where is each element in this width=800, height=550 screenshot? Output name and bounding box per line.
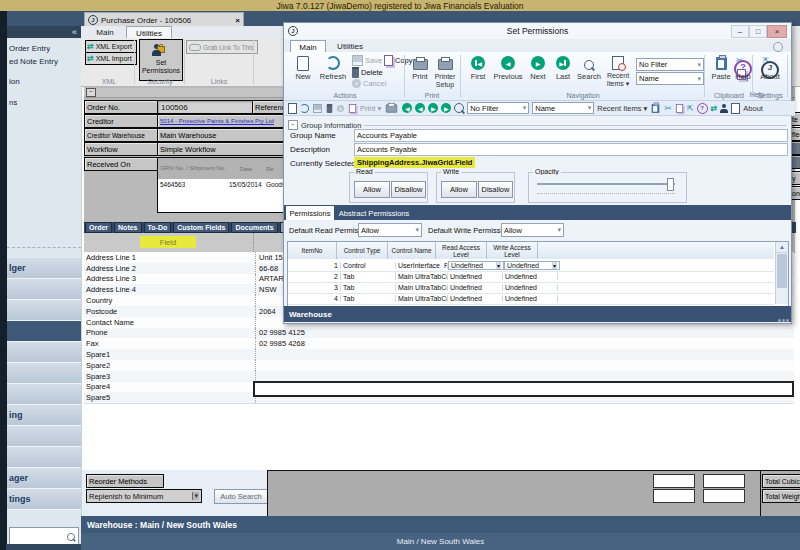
field-value[interactable]: 02 9985 4125 (256, 328, 794, 339)
tab-todo[interactable]: To-Do (144, 222, 172, 233)
search-icon[interactable] (67, 533, 75, 541)
minimize-button[interactable]: – (731, 25, 749, 38)
filter-quick-combo[interactable]: No Filter (467, 102, 529, 114)
about-doc-icon[interactable] (731, 103, 740, 114)
col-read-access[interactable]: Read Access Level (436, 242, 487, 259)
recent-items-quick-button[interactable]: Recent Items ▾ (597, 104, 647, 113)
delete-small-icon[interactable] (327, 104, 333, 113)
tab-order[interactable]: Order (85, 222, 112, 233)
copy-small-icon[interactable] (349, 104, 356, 113)
tab-documents[interactable]: Documents (231, 222, 277, 233)
help-button[interactable]: Help (732, 56, 754, 78)
recent-items-button[interactable]: Recent Items ▾ (604, 56, 632, 74)
auto-search-button[interactable]: Auto Search (214, 489, 268, 504)
col-itemno[interactable]: ItemNo (288, 242, 337, 259)
grid-row[interactable]: 4 Tab Main UltraTabContr Undefined Undef… (288, 293, 774, 305)
total-box[interactable] (653, 474, 695, 488)
field-value[interactable]: 02 9985 4268 (256, 338, 794, 349)
save-small-icon[interactable] (313, 104, 322, 113)
default-write-combo[interactable]: Allow (501, 223, 564, 237)
sidebar-group[interactable] (7, 447, 83, 468)
next-small-icon[interactable] (428, 103, 438, 113)
field-value[interactable] (256, 360, 794, 371)
opacity-slider-track[interactable] (537, 183, 675, 185)
grn-cell[interactable]: 15/05/2014 (229, 181, 262, 188)
tab-custom-fields[interactable]: Custom Fields (173, 222, 229, 233)
write-allow-button[interactable]: Allow (441, 181, 477, 198)
delete-button[interactable]: Delete (352, 67, 383, 78)
first-button[interactable]: First (466, 56, 490, 70)
copy2-small-icon[interactable] (676, 104, 683, 113)
sidebar-group[interactable] (7, 363, 83, 384)
po-tab-close-icon[interactable]: × (235, 16, 240, 25)
sidebar-group[interactable] (7, 279, 83, 300)
sidebar-group-purchasing[interactable]: ing (7, 405, 83, 426)
field-column-header-highlighted[interactable]: Field (140, 236, 196, 248)
field-value-edit-box[interactable] (253, 381, 794, 397)
set-permissions-button[interactable]: Set Permissions (139, 39, 183, 81)
previous-button[interactable]: Previous (492, 56, 524, 70)
print-button[interactable]: Print (410, 56, 430, 74)
import-export-small-icon[interactable] (711, 104, 718, 113)
printer-small-icon[interactable] (386, 104, 397, 112)
tab-abstract-permissions[interactable]: Abstract Permissions (336, 206, 412, 220)
name-quick-combo[interactable]: Name (532, 102, 594, 114)
sidebar-group-settings[interactable]: tings (7, 489, 83, 510)
help-small-icon[interactable] (697, 103, 708, 114)
sidebar-group[interactable] (7, 426, 83, 447)
field-value[interactable] (256, 371, 794, 382)
sidebar-group[interactable] (7, 300, 83, 321)
collapse-minus-button[interactable]: − (86, 88, 96, 97)
creditor-link[interactable]: 5014 - Protective Paints & Finishes Pty … (160, 118, 274, 124)
export-small-icon[interactable] (687, 104, 694, 113)
col-control-name[interactable]: Control Name (388, 242, 436, 259)
resize-grip[interactable] (778, 319, 789, 322)
filter-combo[interactable]: No Filter (636, 58, 704, 71)
previous-small-icon[interactable] (415, 103, 425, 113)
sidebar-collapse-button[interactable]: « (72, 28, 77, 37)
default-read-combo[interactable]: Allow (358, 223, 422, 237)
print-quick-button[interactable]: Print ▾ (360, 104, 381, 113)
workflow-value[interactable]: Simple Workflow (157, 142, 290, 156)
dialog-tab-utilities[interactable]: Utilities (328, 40, 372, 52)
maximize-button[interactable]: □ (749, 25, 767, 38)
order-no-value[interactable]: 100506 (157, 100, 259, 114)
cancel-small-icon[interactable] (337, 104, 344, 111)
field-value[interactable] (256, 349, 794, 360)
user-small-icon[interactable] (720, 104, 728, 113)
sidebar-group-ledger[interactable]: lger (7, 258, 83, 279)
selected-item-value-highlighted[interactable]: ShippingAddress.JiwaGrid.Field (354, 157, 475, 168)
cut-small-icon[interactable] (664, 104, 672, 113)
dialog-title-bar[interactable]: Set Permissions – □ × (284, 23, 791, 40)
new-small-icon[interactable] (288, 103, 297, 114)
sidebar-item[interactable]: ed Note Entry (9, 57, 58, 66)
total-box[interactable] (703, 489, 745, 503)
sidebar-item[interactable]: Order Entry (9, 44, 50, 53)
description-input[interactable]: Accounts Payable (354, 143, 788, 156)
sidebar-search-input[interactable] (10, 529, 66, 544)
scrollbar-up-arrow[interactable]: ▲ (776, 242, 788, 253)
cell-read-combo[interactable]: Undefined▾ (448, 261, 504, 270)
sidebar-group-selected[interactable] (7, 321, 83, 342)
scrollbar-thumb[interactable] (777, 254, 787, 288)
read-disallow-button[interactable]: Disallow (391, 181, 426, 198)
total-box[interactable] (703, 474, 745, 488)
name-combo[interactable]: Name (636, 72, 704, 85)
read-allow-button[interactable]: Allow (354, 181, 390, 198)
sidebar-item[interactable]: ns (9, 98, 17, 107)
refresh-small-icon[interactable] (300, 104, 309, 113)
last-button[interactable]: Last (552, 56, 574, 70)
po-tab-main[interactable]: Main (88, 27, 122, 38)
sidebar-group[interactable] (7, 342, 83, 363)
tab-permissions[interactable]: Permissions (286, 206, 334, 220)
tab-notes[interactable]: Notes (114, 222, 141, 233)
sidebar-group[interactable] (7, 384, 83, 405)
col-control-type[interactable]: Control Type (337, 242, 388, 259)
cell-write-combo[interactable]: Undefined▾ (504, 261, 560, 270)
search-button[interactable]: Search (576, 56, 602, 74)
creditor-warehouse-value[interactable]: Main Warehouse (157, 128, 290, 142)
xml-import-button[interactable]: XML Import (85, 52, 137, 65)
refresh-button[interactable]: Refresh (318, 56, 348, 74)
printer-setup-button[interactable]: Printer Setup (433, 56, 457, 74)
about-button[interactable]: About (758, 56, 782, 79)
